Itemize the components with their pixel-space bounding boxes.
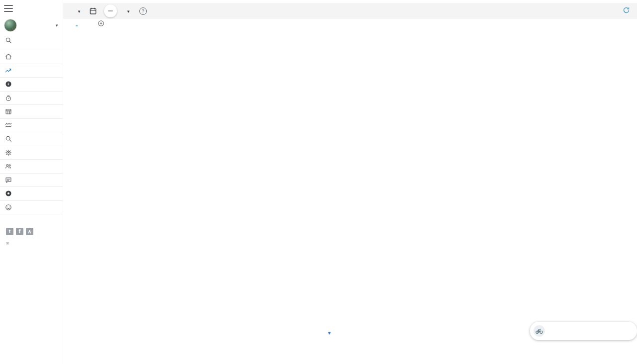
app-root: ▼ — [0, 0, 637, 364]
scale-toggle[interactable] — [104, 4, 117, 17]
sidebar-item-profile[interactable] — [0, 201, 63, 215]
sidebar-item-chats[interactable] — [0, 174, 63, 187]
people-icon — [5, 163, 12, 170]
hrv-readouts — [631, 258, 632, 280]
tab-bar — [76, 20, 105, 27]
help-icon[interactable]: ? — [139, 7, 147, 15]
ramp-readout — [597, 139, 633, 140]
chevron-down-icon: ▼ — [77, 9, 81, 14]
date-range-button[interactable]: ▼ — [76, 8, 81, 14]
sidebar-item-forum[interactable] — [0, 187, 63, 201]
tab-fitness[interactable] — [76, 21, 78, 26]
face-icon — [5, 204, 12, 211]
strava-icon[interactable]: ∧ — [26, 228, 33, 235]
search-icon — [5, 37, 12, 45]
fitness-readout — [597, 58, 633, 59]
power-bolt-icon — [5, 81, 12, 88]
sidebar-item-power[interactable] — [0, 78, 63, 91]
avatar — [4, 19, 17, 32]
trending-up-icon — [5, 67, 12, 74]
right-panel — [597, 0, 637, 364]
chevron-down-icon: ▼ — [55, 23, 59, 28]
user-menu[interactable]: ▼ — [0, 16, 63, 35]
calendar-icon[interactable] — [89, 7, 97, 15]
sidebar-item-activities[interactable] — [0, 50, 63, 64]
sidebar-search[interactable] — [0, 35, 63, 50]
gear-icon — [5, 149, 12, 156]
stopwatch-icon — [5, 94, 12, 101]
chevron-down-icon: ▾ — [328, 330, 330, 336]
add-tab-icon[interactable] — [98, 20, 105, 27]
sidebar-item-pace[interactable] — [0, 91, 63, 105]
main-area: ▼ ▼ ? — [63, 0, 637, 364]
twitter-icon[interactable]: t — [6, 228, 13, 235]
sidebar-item-intervals[interactable] — [0, 132, 63, 146]
options-button[interactable]: ▼ — [125, 8, 130, 14]
tab-2[interactable] — [87, 21, 89, 26]
forum-icon — [5, 190, 12, 197]
chevron-down-icon: ▼ — [126, 9, 130, 14]
sidebar: ▼ — [0, 0, 63, 364]
toolbar: ▼ ▼ ? — [63, 3, 637, 19]
sidebar-item-settings[interactable] — [0, 146, 63, 160]
search-icon — [5, 135, 12, 142]
menu-icon[interactable] — [4, 5, 13, 12]
sidebar-footer: t f ∧ ✉ — [0, 214, 63, 246]
custom-charts-button[interactable]: ▾ — [70, 330, 589, 336]
email-icon: ✉ — [6, 241, 9, 246]
bike-icon — [533, 325, 545, 337]
sidebar-item-totals[interactable] — [0, 105, 63, 119]
chat-bubble-icon — [5, 177, 12, 183]
compare-lines-icon — [5, 122, 12, 129]
sidebar-item-groups[interactable] — [0, 160, 63, 174]
activity-summary-card[interactable] — [530, 322, 637, 340]
table-icon — [5, 108, 12, 115]
fatigue-readout — [597, 70, 633, 70]
facebook-icon[interactable]: f — [16, 228, 23, 235]
sidebar-item-fitness[interactable] — [0, 64, 63, 78]
sidebar-item-compare[interactable] — [0, 119, 63, 133]
form-readout — [597, 81, 633, 82]
charts-container[interactable] — [70, 44, 612, 327]
charts-svg[interactable] — [70, 44, 612, 325]
home-icon — [5, 53, 12, 60]
